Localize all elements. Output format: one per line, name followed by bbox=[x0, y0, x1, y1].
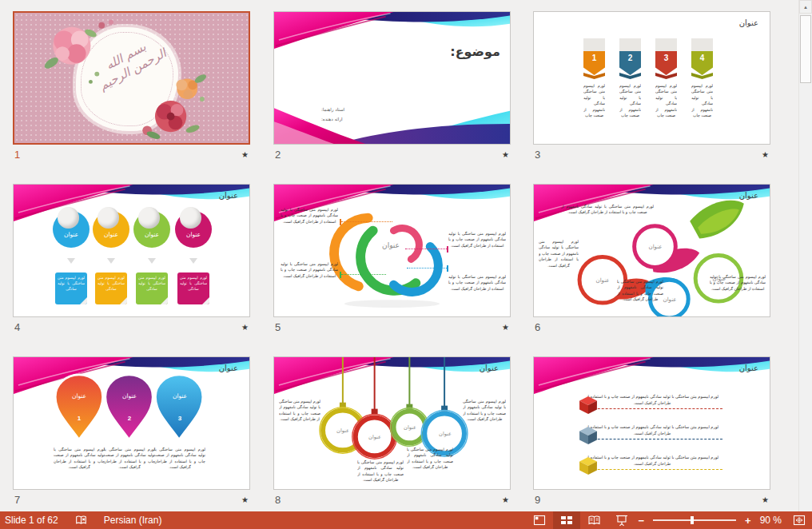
spellcheck-icon[interactable] bbox=[73, 511, 90, 529]
text-block-top: لورم ایپسوم متن ساختگی با تولید سادگی نا… bbox=[561, 204, 654, 223]
scrollbar-up-arrow[interactable]: ▲ bbox=[799, 0, 812, 14]
banner-number: 1 bbox=[583, 51, 605, 75]
banner-number: 2 bbox=[619, 51, 641, 75]
sticker-label: عنوان bbox=[64, 230, 78, 237]
credits-block: استاد راهنما: ارائه دهنده: bbox=[321, 105, 385, 124]
text-block-bottom-left: لورم ایپسوم متن ساختگی با تولید سادگی نا… bbox=[281, 261, 338, 301]
animation-star-icon: ★ bbox=[762, 495, 769, 504]
slide-3-thumbnail[interactable]: عنوان 1 لورم ایپسوم متن ساختگی با تولید … bbox=[533, 11, 770, 145]
slide-sorter-view-button[interactable] bbox=[553, 511, 580, 529]
flower-bottom-right bbox=[142, 101, 200, 141]
cube-icon-yellow bbox=[579, 456, 598, 475]
cube-row-red: لورم ایپسوم متن ساختگی با تولید سادگی نا… bbox=[582, 394, 722, 409]
cube-text: لورم ایپسوم متن ساختگی با تولید سادگی نا… bbox=[582, 394, 722, 407]
zoom-slider-thumb[interactable] bbox=[691, 516, 694, 524]
note-green: لورم ایپسوم متن ساختگی با تولید سادگی bbox=[136, 272, 168, 304]
ring-label: عنوان bbox=[649, 244, 663, 250]
reading-view-button[interactable] bbox=[580, 511, 608, 529]
sticker-circle-yellow: عنوان bbox=[93, 211, 129, 248]
note-text: لورم ایپسوم متن ساختگی با تولید سادگی bbox=[138, 275, 165, 302]
banner-item-1: 1 لورم ایپسوم متن ساختگی با تولید سادگی … bbox=[583, 38, 605, 128]
slide-title: عنوان bbox=[219, 191, 238, 200]
slideshow-view-button[interactable] bbox=[608, 511, 635, 529]
animation-star-icon: ★ bbox=[241, 495, 249, 504]
slide-cell-5: عنوان لورم ایپسوم متن ساختگی با تولید سا… bbox=[273, 184, 511, 333]
swirl-center-label: عنوان bbox=[382, 241, 400, 249]
cube-row-yellow: لورم ایپسوم متن ساختگی با تولید سادگی نا… bbox=[582, 455, 722, 470]
fit-slide-to-window-button[interactable] bbox=[788, 511, 810, 529]
slide-5-thumbnail[interactable]: عنوان لورم ایپسوم متن ساختگی با تولید سا… bbox=[273, 184, 511, 317]
banner-text: لورم ایپسوم متن ساختگی با تولید سادگی نا… bbox=[619, 83, 641, 128]
banner-cap bbox=[691, 38, 713, 51]
text-block-right: لورم ایپسوم متن ساختگی با تولید سادگی نا… bbox=[463, 399, 506, 451]
sticker-circle-green: عنوان bbox=[133, 211, 170, 248]
slide-number: 5 bbox=[275, 321, 281, 333]
ornament-label: عنوان bbox=[336, 428, 349, 434]
cube-text: لورم ایپسوم متن ساختگی با تولید سادگی نا… bbox=[582, 455, 722, 467]
drop-number: 3 bbox=[178, 415, 181, 422]
banner-number: 4 bbox=[691, 51, 713, 75]
flower-right bbox=[176, 73, 207, 101]
down-arrow-icon bbox=[67, 258, 75, 264]
scrollbar-thumb[interactable] bbox=[800, 15, 811, 83]
banner-item-4: 4 لورم ایپسوم متن ساختگی با تولید سادگی … bbox=[691, 38, 713, 128]
sticker-circle-magenta: عنوان bbox=[175, 211, 212, 248]
zoom-percentage[interactable]: 90 % bbox=[754, 515, 788, 526]
slide-7-thumbnail[interactable]: عنوان عنوان عنوان عنوان 1 2 3 لورم ایپسو… bbox=[13, 356, 250, 490]
note-yellow: لورم ایپسوم متن ساختگی با تولید سادگی bbox=[95, 272, 127, 304]
note-text: لورم ایپسوم متن ساختگی با تولید سادگی bbox=[180, 275, 207, 302]
animation-star-icon: ★ bbox=[502, 323, 509, 332]
slide-9-thumbnail[interactable]: عنوان لورم ایپسوم متن ساختگی با تولید سا… bbox=[533, 356, 770, 490]
slide-cell-1: بسم الله الرحمن الرحیم 1 ★ bbox=[13, 11, 250, 161]
slide-title: عنوان bbox=[739, 364, 758, 372]
text-block-top-left: لورم ایپسوم متن ساختگی با تولید سادگی نا… bbox=[281, 207, 338, 247]
dashed-rule-blue bbox=[582, 439, 722, 440]
note-text: لورم ایپسوم متن ساختگی با تولید سادگی bbox=[58, 275, 85, 302]
banner-cap bbox=[583, 38, 605, 51]
animation-star-icon: ★ bbox=[502, 150, 509, 159]
note-blue: لورم ایپسوم متن ساختگی با تولید سادگی bbox=[55, 272, 87, 304]
ring-label: عنوان bbox=[663, 296, 677, 303]
wave-ribbon-top bbox=[534, 357, 770, 394]
vertical-scrollbar[interactable]: ▲ bbox=[798, 0, 812, 511]
banner-text: لورم ایپسوم متن ساختگی با تولید سادگی نا… bbox=[655, 83, 677, 128]
zoom-slider[interactable] bbox=[653, 519, 736, 521]
slide-number: 7 bbox=[14, 494, 20, 506]
zoom-out-button[interactable]: − bbox=[635, 515, 647, 527]
drop-number: 2 bbox=[128, 415, 131, 422]
drop-label: عنوان bbox=[173, 392, 187, 400]
slide-cell-4: عنوان عنوان عنوان عنوان عنوان لورم ایپسو… bbox=[13, 184, 250, 333]
slide-6-thumbnail[interactable]: عنوان عنوان عنوان عنوان عنوان لورم ایپسو… bbox=[533, 184, 770, 317]
banner-item-2: 2 لورم ایپسوم متن ساختگی با تولید سادگی … bbox=[619, 38, 641, 128]
slide-cell-8: عنوان عنوا bbox=[273, 356, 511, 506]
animation-star-icon: ★ bbox=[762, 150, 769, 159]
slide-number: 4 bbox=[14, 321, 20, 333]
animation-star-icon: ★ bbox=[241, 150, 249, 159]
dashed-rule-red bbox=[582, 408, 722, 409]
sticker-label: عنوان bbox=[186, 230, 201, 237]
animation-star-icon: ★ bbox=[241, 323, 249, 332]
cube-row-blue: لورم ایپسوم متن ساختگی با تولید سادگی نا… bbox=[582, 424, 722, 440]
banner-cap bbox=[619, 38, 641, 51]
slide-sorter-view: بسم الله الرحمن الرحیم 1 ★ موضوع: استاد … bbox=[0, 0, 798, 511]
slide-4-thumbnail[interactable]: عنوان عنوان عنوان عنوان عنوان لورم ایپسو… bbox=[13, 184, 250, 317]
text-block-bottom-middle: لورم ایپسوم متن ساختگی با تولید سادگی نا… bbox=[617, 279, 663, 316]
zoom-in-button[interactable]: + bbox=[742, 515, 754, 527]
cube-icon-red bbox=[579, 396, 598, 415]
ring-label: عنوان bbox=[596, 277, 610, 284]
language-status[interactable]: Persian (Iran) bbox=[104, 515, 162, 526]
slide-1-thumbnail[interactable]: بسم الله الرحمن الرحیم bbox=[13, 11, 250, 145]
down-arrow-icon bbox=[189, 258, 197, 264]
presenter-label: ارائه دهنده: bbox=[321, 114, 385, 124]
drop-text-1: لورم ایپسوم متن ساختگی با تولید سادگی نا… bbox=[54, 447, 105, 487]
slide-8-thumbnail[interactable]: عنوان عنوا bbox=[273, 356, 511, 490]
slide-counter: Slide 1 of 62 bbox=[5, 515, 58, 526]
drop-number: 1 bbox=[78, 415, 81, 422]
text-block-bottom-a: لورم ایپسوم متن ساختگی با تولید سادگی نا… bbox=[357, 459, 404, 488]
text-block-left: لورم ایپسوم متن ساختگی با تولید سادگی نا… bbox=[279, 399, 320, 451]
normal-view-button[interactable] bbox=[526, 511, 553, 529]
slide-cell-7: عنوان عنوان عنوان عنوان 1 2 3 لورم ایپسو… bbox=[13, 356, 250, 506]
text-block-left: لورم ایپسوم متن ساختگی با تولید سادگی نا… bbox=[539, 239, 579, 290]
text-block-bottom-right: لورم ایپسوم متن ساختگی با تولید سادگی نا… bbox=[710, 274, 766, 316]
slide-2-thumbnail[interactable]: موضوع: استاد راهنما: ارائه دهنده: bbox=[273, 11, 511, 145]
